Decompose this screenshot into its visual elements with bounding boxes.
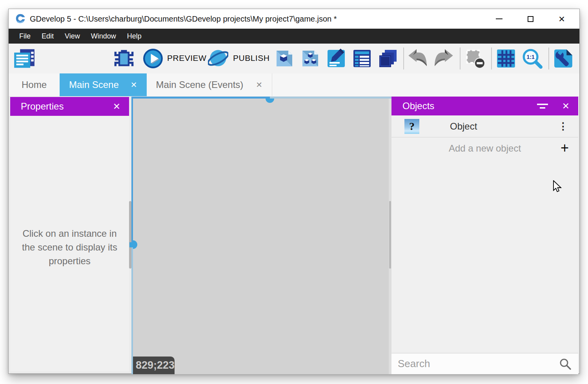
minimize-icon bbox=[496, 18, 502, 19]
search-icon bbox=[559, 358, 571, 370]
editor-content: Properties ✕ Click on an instance in the… bbox=[9, 96, 579, 373]
toolbar-separator bbox=[491, 48, 492, 69]
menu-window[interactable]: Window bbox=[86, 29, 122, 44]
properties-panel-header: Properties ✕ bbox=[10, 97, 129, 116]
close-icon: ✕ bbox=[558, 15, 565, 23]
objects-panel-close-icon[interactable]: ✕ bbox=[562, 101, 578, 112]
cursor-coordinates-badge: 829;223 bbox=[133, 357, 175, 374]
properties-panel-close-icon[interactable]: ✕ bbox=[113, 101, 129, 112]
menu-bar: File Edit View Window Help bbox=[9, 29, 579, 44]
tab-main-scene[interactable]: Main Scene ✕ bbox=[60, 73, 147, 96]
wrench-icon bbox=[553, 48, 573, 69]
objects-panel: Objects ✕ ? Object ⋮ Add a new object + bbox=[391, 97, 578, 374]
app-window: GDevelop 5 - C:\Users\charburg\Documents… bbox=[8, 9, 580, 374]
tab-home-label: Home bbox=[22, 79, 47, 90]
events-sheet-icon bbox=[353, 48, 371, 69]
events-pencil-icon bbox=[327, 48, 346, 69]
debugger-button[interactable] bbox=[114, 48, 134, 69]
open-events-editor-button[interactable] bbox=[327, 48, 346, 69]
scene-canvas[interactable] bbox=[133, 99, 389, 374]
add-object-plus-icon[interactable]: + bbox=[561, 140, 569, 156]
menu-view[interactable]: View bbox=[59, 29, 86, 44]
add-object-label: Add a new object bbox=[449, 143, 521, 154]
objects-panel-header: Objects ✕ bbox=[391, 97, 578, 115]
mouse-cursor-icon bbox=[553, 180, 564, 194]
toggle-mask-button[interactable] bbox=[464, 48, 486, 69]
toolbar-separator bbox=[403, 48, 404, 69]
menu-edit[interactable]: Edit bbox=[36, 29, 59, 44]
toolbar-separator bbox=[548, 48, 549, 69]
filter-icon[interactable] bbox=[537, 102, 548, 110]
preview-label[interactable]: PREVIEW bbox=[167, 53, 206, 63]
project-manager-button[interactable] bbox=[13, 48, 35, 69]
open-objects-editor-button[interactable] bbox=[301, 48, 320, 69]
svg-text:1:1: 1:1 bbox=[526, 54, 535, 60]
properties-empty-message: Click on an instance in the scene to dis… bbox=[10, 227, 129, 268]
object-thumbnail-icon: ? bbox=[404, 119, 419, 134]
tab-bar: Home Main Scene ✕ Main Scene (Events) ✕ bbox=[9, 73, 579, 96]
zoom-original-button[interactable]: 1:1 bbox=[522, 48, 542, 69]
open-scene-editor-button[interactable] bbox=[275, 48, 294, 69]
object-name: Object bbox=[450, 121, 558, 132]
undo-button[interactable] bbox=[407, 48, 428, 69]
redo-icon bbox=[434, 48, 454, 69]
add-object-row[interactable]: Add a new object + bbox=[391, 137, 578, 159]
open-layers-editor-button[interactable] bbox=[379, 48, 397, 69]
objects-search-bar bbox=[391, 353, 578, 374]
maximize-button[interactable] bbox=[526, 15, 535, 23]
window-title: GDevelop 5 - C:\Users\charburg\Documents… bbox=[30, 15, 337, 24]
project-manager-icon bbox=[13, 48, 35, 69]
preview-button[interactable] bbox=[143, 48, 163, 69]
tab-main-scene-events-label: Main Scene (Events) bbox=[156, 79, 244, 90]
scene-editor-icon bbox=[275, 48, 294, 69]
redo-button[interactable] bbox=[434, 48, 454, 69]
publish-button[interactable] bbox=[208, 48, 228, 69]
publish-planet-icon bbox=[208, 48, 228, 69]
gdevelop-logo-icon bbox=[15, 13, 26, 25]
canvas-border-left-light[interactable] bbox=[131, 245, 133, 374]
mask-deselect-icon bbox=[464, 48, 486, 69]
grid-icon bbox=[496, 48, 516, 69]
properties-panel-title: Properties bbox=[21, 101, 64, 112]
object-menu-icon[interactable]: ⋮ bbox=[558, 121, 568, 132]
scene-properties-button[interactable] bbox=[553, 48, 573, 69]
canvas-border-top[interactable] bbox=[131, 97, 270, 99]
canvas-scrollbar[interactable] bbox=[389, 201, 391, 269]
window-controls: ✕ bbox=[495, 15, 566, 23]
minimize-button[interactable] bbox=[495, 15, 503, 23]
toolbar: PREVIEW PUBLISH bbox=[9, 44, 579, 73]
toggle-grid-button[interactable] bbox=[496, 48, 516, 69]
publish-label[interactable]: PUBLISH bbox=[233, 53, 269, 63]
tab-main-scene-close-icon[interactable]: ✕ bbox=[131, 80, 137, 90]
debugger-bug-icon bbox=[114, 48, 134, 69]
objects-editor-icon bbox=[301, 48, 320, 69]
preview-play-icon bbox=[143, 48, 163, 69]
zoom-1-1-icon: 1:1 bbox=[522, 48, 542, 69]
object-list-item[interactable]: ? Object ⋮ bbox=[391, 115, 578, 137]
tab-home[interactable]: Home bbox=[9, 73, 60, 96]
undo-icon bbox=[407, 48, 428, 69]
maximize-icon bbox=[528, 16, 533, 22]
menu-file[interactable]: File bbox=[14, 29, 36, 44]
open-events-sheet-button[interactable] bbox=[353, 48, 371, 69]
canvas-border-left[interactable] bbox=[131, 97, 133, 245]
tab-main-scene-label: Main Scene bbox=[69, 79, 119, 90]
objects-search-input[interactable] bbox=[391, 358, 559, 370]
title-bar: GDevelop 5 - C:\Users\charburg\Documents… bbox=[9, 9, 579, 29]
layers-icon bbox=[379, 48, 397, 69]
canvas-border-top-light[interactable] bbox=[270, 97, 391, 99]
tab-main-scene-events-close-icon[interactable]: ✕ bbox=[256, 80, 262, 90]
close-button[interactable]: ✕ bbox=[557, 15, 566, 23]
toolbar-separator bbox=[460, 48, 461, 69]
splitter-handle-left-nub bbox=[129, 242, 133, 247]
properties-panel: Properties ✕ Click on an instance in the… bbox=[10, 97, 129, 371]
objects-panel-title: Objects bbox=[402, 101, 434, 112]
properties-panel-body: Click on an instance in the scene to dis… bbox=[10, 116, 129, 371]
menu-help[interactable]: Help bbox=[122, 29, 147, 44]
tab-main-scene-events[interactable]: Main Scene (Events) ✕ bbox=[147, 73, 273, 96]
